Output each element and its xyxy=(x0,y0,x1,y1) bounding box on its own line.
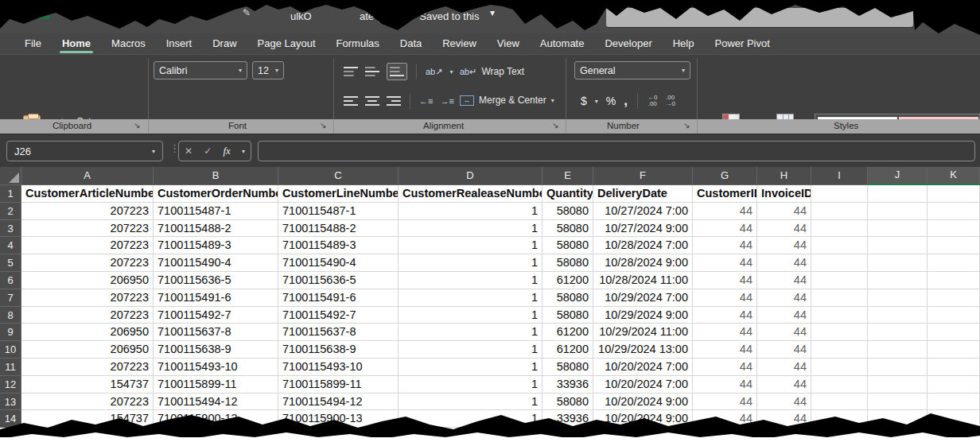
cell-A1[interactable]: CustomerArticleNumber xyxy=(21,185,154,203)
cell-J13[interactable] xyxy=(868,394,928,411)
cell-E6[interactable]: 61200 xyxy=(542,272,593,289)
cell-K14[interactable] xyxy=(928,410,980,428)
cell-A13[interactable]: 207223 xyxy=(21,394,154,411)
cell-J6[interactable] xyxy=(868,272,928,289)
tab-file[interactable]: File xyxy=(14,33,52,54)
cell-F6[interactable]: 10/28/2024 11:00 xyxy=(593,272,693,289)
row-header-3[interactable]: 3 xyxy=(0,220,21,238)
cell-G6[interactable]: 44 xyxy=(693,272,757,289)
cell-F11[interactable]: 10/20/2024 7:00 xyxy=(593,359,693,376)
tab-review[interactable]: Review xyxy=(432,33,487,54)
cell-E13[interactable]: 58080 xyxy=(542,394,593,411)
cell-C1[interactable]: CustomerLineNumber xyxy=(278,185,399,203)
align-right-button[interactable] xyxy=(387,95,401,107)
cell-K3[interactable] xyxy=(928,220,980,238)
cell-I3[interactable] xyxy=(811,220,868,238)
cell-G8[interactable]: 44 xyxy=(693,307,757,324)
cell-G10[interactable]: 44 xyxy=(693,341,757,359)
tab-insert[interactable]: Insert xyxy=(156,33,203,54)
tab-draw[interactable]: Draw xyxy=(202,33,247,54)
cell-K4[interactable] xyxy=(928,237,980,254)
column-header-D[interactable]: D xyxy=(399,167,542,185)
document-title[interactable]: ate (1).xlsx • Saved to this xyxy=(360,10,480,22)
align-center-button[interactable] xyxy=(365,95,379,107)
cell-B2[interactable]: 7100115487-1 xyxy=(154,203,278,220)
cell-K12[interactable] xyxy=(928,376,980,394)
cell-D4[interactable]: 1 xyxy=(399,237,542,254)
cell-B4[interactable]: 7100115489-3 xyxy=(154,237,278,254)
excel-logo-icon[interactable]: X xyxy=(37,6,50,19)
enter-icon[interactable]: ✓ xyxy=(204,145,212,157)
cell-I11[interactable] xyxy=(811,359,868,376)
cell-B1[interactable]: CustomerOrderNumber xyxy=(154,185,278,203)
cell-I6[interactable] xyxy=(811,272,868,289)
cell-D12[interactable]: 1 xyxy=(399,376,542,394)
cell-D9[interactable]: 1 xyxy=(399,324,542,341)
cell-H12[interactable]: 44 xyxy=(757,376,811,394)
column-header-I[interactable]: I xyxy=(811,167,868,185)
cell-I8[interactable] xyxy=(811,307,868,324)
cell-G14[interactable]: 44 xyxy=(693,410,757,428)
cell-J9[interactable] xyxy=(868,324,928,341)
cell-B11[interactable]: 7100115493-10 xyxy=(154,359,278,376)
cell-H11[interactable]: 44 xyxy=(757,359,811,376)
column-header-J[interactable]: J xyxy=(868,167,928,185)
cell-K13[interactable] xyxy=(928,394,980,411)
cell-I10[interactable] xyxy=(811,341,868,359)
cell-H4[interactable]: 44 xyxy=(757,237,811,254)
cell-C14[interactable]: 7100115900-13 xyxy=(278,410,399,428)
cell-C3[interactable]: 7100115488-2 xyxy=(278,220,399,238)
cell-G7[interactable]: 44 xyxy=(693,289,757,307)
cell-I14[interactable] xyxy=(811,410,868,428)
cell-A11[interactable]: 207223 xyxy=(21,359,154,376)
cell-F12[interactable]: 10/20/2024 7:00 xyxy=(593,376,693,394)
cell-J12[interactable] xyxy=(868,376,928,394)
decrease-indent-button[interactable]: ←≡ xyxy=(419,96,433,106)
row-header-4[interactable]: 4 xyxy=(0,237,21,254)
tab-macros[interactable]: Macros xyxy=(101,33,156,54)
cell-J1[interactable] xyxy=(868,185,928,203)
cell-J14[interactable] xyxy=(868,410,928,428)
decrease-decimal-button[interactable]: .00→0 xyxy=(665,95,675,107)
cell-H2[interactable]: 44 xyxy=(757,203,811,220)
tab-view[interactable]: View xyxy=(487,33,530,54)
cell-H5[interactable]: 44 xyxy=(757,254,811,272)
cell-F4[interactable]: 10/28/2024 7:00 xyxy=(593,237,693,254)
cell-F10[interactable]: 10/29/2024 13:00 xyxy=(593,341,693,359)
cell-E3[interactable]: 58080 xyxy=(542,220,593,238)
font-name-combobox[interactable]: Calibri▾ xyxy=(154,61,247,79)
cell-D6[interactable]: 1 xyxy=(399,272,542,289)
cell-B14[interactable]: 7100115900-13 xyxy=(154,410,278,428)
cell-C11[interactable]: 7100115493-10 xyxy=(278,359,399,376)
column-header-G[interactable]: G xyxy=(693,167,757,185)
cell-J2[interactable] xyxy=(868,203,928,220)
cell-E9[interactable]: 61200 xyxy=(542,324,593,341)
cell-G12[interactable]: 44 xyxy=(693,376,757,394)
cell-K5[interactable] xyxy=(928,254,980,272)
cell-H13[interactable]: 44 xyxy=(757,394,811,411)
cell-G11[interactable]: 44 xyxy=(693,359,757,376)
tab-data[interactable]: Data xyxy=(390,33,432,54)
currency-button[interactable]: $ xyxy=(581,95,587,107)
row-header-9[interactable]: 9 xyxy=(0,324,21,341)
cell-B3[interactable]: 7100115488-2 xyxy=(154,220,278,238)
row-header-10[interactable]: 10 xyxy=(0,341,21,359)
cell-A4[interactable]: 207223 xyxy=(21,237,154,254)
cell-E10[interactable]: 61200 xyxy=(542,341,593,359)
tab-help[interactable]: Help xyxy=(663,33,705,54)
cell-B8[interactable]: 7100115492-7 xyxy=(154,307,278,324)
cell-E1[interactable]: Quantity xyxy=(542,185,593,203)
cell-C7[interactable]: 7100115491-6 xyxy=(278,289,399,307)
cell-E14[interactable]: 33936 xyxy=(542,410,593,428)
cell-E12[interactable]: 33936 xyxy=(542,376,593,394)
cell-K7[interactable] xyxy=(928,289,980,307)
cell-H3[interactable]: 44 xyxy=(757,220,811,238)
column-header-H[interactable]: H xyxy=(757,167,811,185)
align-top-button[interactable] xyxy=(344,66,358,77)
cell-F1[interactable]: DeliveryDate xyxy=(593,185,693,203)
alignment-dialog-launcher-icon[interactable]: ↘ xyxy=(552,121,558,130)
cell-J3[interactable] xyxy=(868,220,928,238)
cell-C6[interactable]: 7100115636-5 xyxy=(278,272,399,289)
autosave-toggle[interactable] xyxy=(83,3,113,16)
cell-E8[interactable]: 58080 xyxy=(542,307,593,324)
